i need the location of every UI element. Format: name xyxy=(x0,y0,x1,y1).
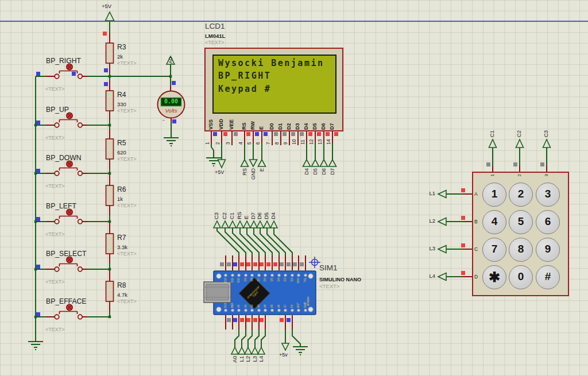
lcd-pin-name: D3 xyxy=(294,123,301,130)
nano-pin-label: D9 xyxy=(244,278,247,281)
nano-top-terminal-icon[interactable] xyxy=(257,221,264,228)
nano-pin-label: A7 xyxy=(284,304,287,308)
lcd-gnd-terminal-icon[interactable] xyxy=(250,160,257,166)
lcd-d5-terminal-icon[interactable] xyxy=(312,160,319,166)
nano-ref[interactable]: SIM1 xyxy=(319,265,338,272)
resistor-r5[interactable] xyxy=(106,139,114,159)
keypad-key-5[interactable]: 5 xyxy=(509,210,533,234)
resistor-r6[interactable] xyxy=(106,185,114,206)
nano-top-terminal-label: RS xyxy=(236,212,243,219)
keypad-key-0[interactable]: 0 xyxy=(509,265,533,289)
pin-indicator xyxy=(103,32,107,36)
resistor-r7[interactable] xyxy=(106,234,114,254)
nano-top-terminal-icon[interactable] xyxy=(250,221,257,228)
push-button-bp_down[interactable] xyxy=(78,171,83,176)
lcd-screen-line: Keypad # xyxy=(218,84,271,96)
keypad-row-label: B xyxy=(474,218,478,225)
power-terminal-icon[interactable] xyxy=(106,12,114,21)
push-button-bp_right[interactable] xyxy=(78,74,83,79)
push-button-bp_up[interactable] xyxy=(55,123,59,127)
keypad-key-8[interactable]: 8 xyxy=(509,238,533,262)
resistor-r4[interactable] xyxy=(106,91,114,111)
push-button-bp_right[interactable] xyxy=(55,74,59,79)
nano-top-terminal-icon[interactable] xyxy=(229,221,236,228)
lcd-d4-terminal-icon[interactable] xyxy=(303,160,311,166)
push-button-bp_up[interactable] xyxy=(60,120,78,123)
keypad-key-2[interactable]: 2 xyxy=(509,183,533,207)
push-button-bp_left[interactable] xyxy=(55,219,59,224)
push-button-bp_select[interactable] xyxy=(55,267,59,272)
nano-bottom-terminal-icon[interactable] xyxy=(245,347,252,354)
push-button-bp_select[interactable] xyxy=(60,264,78,267)
push-button-bp_left[interactable] xyxy=(78,219,83,224)
push-button-bp_efface[interactable] xyxy=(55,315,59,319)
pin-indicator xyxy=(260,318,264,322)
button-label: BP_RIGHT xyxy=(46,57,81,64)
keypad-key-6[interactable]: 6 xyxy=(536,210,560,234)
keypad-key-4[interactable]: 4 xyxy=(482,210,506,234)
keypad-key-star[interactable]: ✱ xyxy=(482,265,506,289)
keypad-row-terminal-icon[interactable] xyxy=(438,191,446,198)
push-button-bp_up[interactable] xyxy=(78,123,83,127)
lcd-pin-number: 6 xyxy=(255,142,261,145)
nano-top-terminal-icon[interactable] xyxy=(222,221,229,228)
nano-pin-label: A6 xyxy=(277,304,281,308)
button-text-placeholder: <TEXT> xyxy=(45,326,65,333)
push-button-bp_efface[interactable] xyxy=(78,315,83,319)
nano-top-terminal-icon[interactable] xyxy=(270,221,277,228)
nano-pin-hole xyxy=(277,309,280,312)
keypad-key-1[interactable]: 1 xyxy=(482,183,506,207)
lcd-5v-terminal-icon[interactable] xyxy=(218,160,226,168)
nano-pin-label: D7 xyxy=(257,278,261,281)
keypad-key-9[interactable]: 9 xyxy=(536,238,560,262)
push-button-bp_select[interactable] xyxy=(78,267,83,272)
nano-top-terminal-icon[interactable] xyxy=(243,221,250,228)
resistor-text-placeholder: <TEXT> xyxy=(117,156,137,162)
push-button-bp_down[interactable] xyxy=(60,168,78,171)
push-button-bp_efface[interactable] xyxy=(60,312,78,315)
keypad-key-hash[interactable]: # xyxy=(536,265,560,289)
keypad-row-terminal-icon[interactable] xyxy=(438,273,446,281)
nano-pin-hole xyxy=(237,274,240,277)
keypad-col-terminal-icon[interactable] xyxy=(489,139,497,148)
nano-bottom-terminal-icon[interactable] xyxy=(238,347,245,354)
nano-pin-hole xyxy=(257,309,260,312)
lcd-rs-terminal-icon[interactable] xyxy=(241,160,249,166)
nano-top-terminal-icon[interactable] xyxy=(264,221,270,228)
nano-5v-terminal-icon[interactable] xyxy=(282,343,289,350)
pin-indicator xyxy=(36,217,40,221)
button-label: BP_LEFT xyxy=(46,203,76,210)
nano-pin-hole xyxy=(291,309,293,312)
lcd-d6-terminal-icon[interactable] xyxy=(320,160,328,166)
nano-text-placeholder: <TEXT> xyxy=(319,283,339,290)
nano-top-terminal-icon[interactable] xyxy=(214,221,220,228)
nano-bottom-terminal-icon[interactable] xyxy=(231,347,238,354)
resistor-r3[interactable] xyxy=(106,43,114,63)
pin-indicator xyxy=(266,262,270,266)
keypad-key-3[interactable]: 3 xyxy=(536,183,560,207)
nano-top-terminal-label: E xyxy=(243,216,250,219)
nano-bottom-terminal-icon[interactable] xyxy=(258,347,265,354)
lcd-d7-terminal-icon[interactable] xyxy=(329,160,336,166)
lcd-ref[interactable]: LCD1 xyxy=(205,23,225,30)
resistor-r8[interactable] xyxy=(106,281,114,301)
nano-top-terminal-icon[interactable] xyxy=(237,221,243,228)
schematic-canvas[interactable]: +5V A0 LCD1 LM041L <TEXT> +5V 0.00 Volts… xyxy=(0,0,588,376)
push-button-bp_left[interactable] xyxy=(60,216,78,219)
push-button-bp_down[interactable] xyxy=(55,171,59,176)
keypad-key-7[interactable]: 7 xyxy=(482,238,506,262)
keypad-row-terminal-icon[interactable] xyxy=(438,246,446,253)
button-label: BP_EFFACE xyxy=(46,298,86,305)
keypad-col-terminal-icon[interactable] xyxy=(516,139,524,148)
lcd-pin-name: VDD xyxy=(218,119,225,130)
pin-indicator xyxy=(260,262,264,266)
lcd-pin-name: RW xyxy=(249,121,256,130)
button-text-placeholder: <TEXT> xyxy=(45,231,65,238)
pin-indicator xyxy=(540,162,544,166)
pin-indicator xyxy=(72,72,76,76)
lcd-terminal-label: D4 xyxy=(303,168,310,175)
nano-bottom-terminal-icon[interactable] xyxy=(252,347,258,354)
lcd-e-terminal-icon[interactable] xyxy=(258,160,266,166)
keypad-row-terminal-icon[interactable] xyxy=(438,218,446,226)
keypad-col-terminal-icon[interactable] xyxy=(543,139,551,148)
